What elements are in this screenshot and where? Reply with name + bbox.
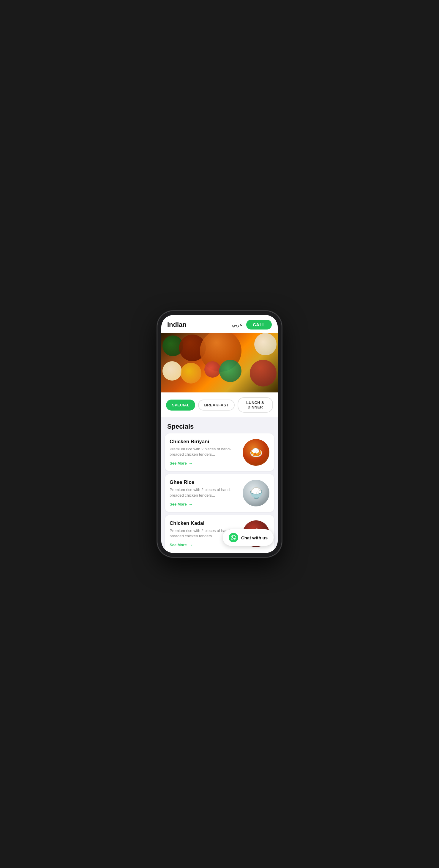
arabic-label: عربي xyxy=(232,322,243,328)
arrow-icon-ghee: → xyxy=(188,502,193,507)
page-title: Indian xyxy=(167,321,186,329)
tab-lunch-dinner[interactable]: LUNCH & DINNER xyxy=(238,397,273,413)
food-name-chicken-biryani: Chicken Biriyani xyxy=(170,439,239,445)
food-deco-6 xyxy=(181,363,201,383)
food-deco-9 xyxy=(250,360,276,386)
food-info-chicken-biryani: Chicken Biriyani Premium rice with 2 pie… xyxy=(170,439,243,466)
tab-breakfast[interactable]: BREAKFAST xyxy=(198,400,234,410)
category-tabs: SPECIAL BREAKFAST LUNCH & DINNER xyxy=(161,393,278,417)
food-desc-chicken-biryani: Premium rice with 2 pieces of hand-bread… xyxy=(170,446,239,457)
header: Indian عربي CALL xyxy=(161,315,278,333)
main-content: SPECIAL BREAKFAST LUNCH & DINNER Special… xyxy=(161,393,278,553)
food-deco-4 xyxy=(254,333,276,355)
phone-frame: Indian عربي CALL SPECIAL BREAKFAST L xyxy=(157,311,282,557)
chat-widget[interactable]: Chat with us xyxy=(223,529,273,546)
call-button[interactable]: CALL xyxy=(246,320,272,330)
food-card-chicken-biryani: Chicken Biriyani Premium rice with 2 pie… xyxy=(165,433,274,471)
food-name-chicken-kadai: Chicken Kadai xyxy=(170,520,239,526)
specials-section-title: Specials xyxy=(161,417,278,433)
food-deco-5 xyxy=(163,361,182,380)
phone-screen: Indian عربي CALL SPECIAL BREAKFAST L xyxy=(161,315,278,553)
food-image-chicken-biryani: 🍛 xyxy=(243,439,269,466)
hero-banner xyxy=(161,333,278,393)
food-desc-ghee-rice: Premium rice with 2 pieces of hand-bread… xyxy=(170,487,239,498)
food-deco-8 xyxy=(219,360,241,382)
see-more-chicken-biryani[interactable]: See More → xyxy=(170,461,239,466)
whatsapp-icon xyxy=(229,533,238,542)
header-right: عربي CALL xyxy=(232,320,272,330)
food-deco-7 xyxy=(204,361,221,378)
food-image-ghee-rice: 🍚 xyxy=(243,480,269,506)
chat-label: Chat with us xyxy=(241,535,268,540)
tab-special[interactable]: SPECIAL xyxy=(166,400,195,410)
see-more-ghee-rice[interactable]: See More → xyxy=(170,502,239,507)
arrow-icon-biryani: → xyxy=(188,461,193,466)
food-card-ghee-rice: Ghee Rice Premium rice with 2 pieces of … xyxy=(165,474,274,512)
food-name-ghee-rice: Ghee Rice xyxy=(170,479,239,485)
food-info-ghee-rice: Ghee Rice Premium rice with 2 pieces of … xyxy=(170,479,243,506)
arrow-icon-kadai: → xyxy=(188,542,193,548)
